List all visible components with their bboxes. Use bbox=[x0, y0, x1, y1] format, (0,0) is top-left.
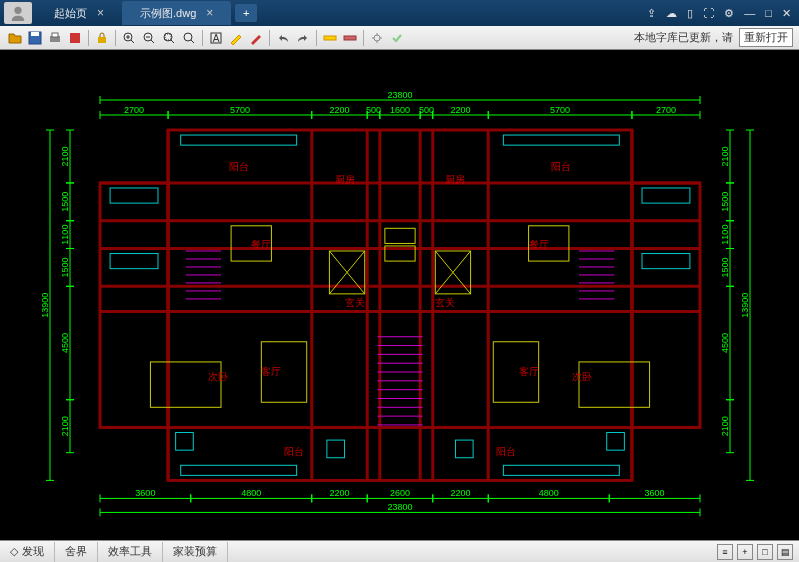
svg-text:1500: 1500 bbox=[60, 257, 70, 277]
close-icon[interactable]: × bbox=[97, 6, 104, 20]
save-icon[interactable] bbox=[26, 29, 44, 47]
svg-text:1600: 1600 bbox=[390, 105, 410, 115]
svg-text:2200: 2200 bbox=[450, 105, 470, 115]
svg-text:2200: 2200 bbox=[329, 105, 349, 115]
svg-text:餐厅: 餐厅 bbox=[251, 239, 271, 250]
svg-rect-166 bbox=[181, 135, 297, 145]
svg-text:2100: 2100 bbox=[720, 416, 730, 436]
svg-text:1500: 1500 bbox=[720, 192, 730, 212]
redo-icon[interactable] bbox=[294, 29, 312, 47]
svg-rect-171 bbox=[607, 433, 625, 451]
drawing-canvas[interactable]: 2380027005700220050016005002200570027002… bbox=[0, 50, 799, 540]
text-icon[interactable]: A bbox=[207, 29, 225, 47]
svg-rect-163 bbox=[642, 188, 690, 203]
svg-text:玄关: 玄关 bbox=[435, 297, 455, 308]
svg-text:4500: 4500 bbox=[720, 333, 730, 353]
settings-icon[interactable]: ⚙ bbox=[724, 7, 734, 20]
svg-text:5700: 5700 bbox=[550, 105, 570, 115]
svg-text:2600: 2600 bbox=[390, 488, 410, 498]
svg-rect-10 bbox=[165, 34, 171, 40]
new-tab-button[interactable]: + bbox=[235, 4, 257, 22]
status-tab-tools[interactable]: 效率工具 bbox=[98, 542, 163, 562]
svg-rect-165 bbox=[642, 254, 690, 269]
svg-text:阳台: 阳台 bbox=[551, 161, 571, 172]
svg-text:500: 500 bbox=[419, 105, 434, 115]
svg-text:13900: 13900 bbox=[40, 293, 50, 318]
fullscreen-icon[interactable]: ⛶ bbox=[703, 7, 714, 19]
highlight-icon[interactable] bbox=[247, 29, 265, 47]
status-tab-budget[interactable]: 家装预算 bbox=[163, 542, 228, 562]
share-icon[interactable]: ⇪ bbox=[647, 7, 656, 20]
svg-text:阳台: 阳台 bbox=[496, 446, 516, 457]
svg-text:13900: 13900 bbox=[740, 293, 750, 318]
svg-text:次卧: 次卧 bbox=[208, 371, 228, 382]
svg-rect-15 bbox=[344, 36, 356, 40]
pencil-icon[interactable] bbox=[227, 29, 245, 47]
svg-text:餐厅: 餐厅 bbox=[529, 239, 549, 250]
svg-text:厨房: 厨房 bbox=[445, 174, 465, 185]
svg-text:4500: 4500 bbox=[60, 333, 70, 353]
close-icon[interactable]: × bbox=[206, 6, 213, 20]
status-btn-2[interactable]: + bbox=[737, 544, 753, 560]
status-tab-shejie[interactable]: 舍界 bbox=[55, 542, 98, 562]
svg-text:2200: 2200 bbox=[329, 488, 349, 498]
check-icon[interactable] bbox=[388, 29, 406, 47]
svg-rect-173 bbox=[455, 440, 473, 458]
wechat-icon[interactable]: ☁ bbox=[666, 7, 677, 20]
status-tab-discover[interactable]: 发现 bbox=[0, 542, 55, 562]
svg-text:玄关: 玄关 bbox=[345, 297, 365, 308]
undo-icon[interactable] bbox=[274, 29, 292, 47]
svg-text:4800: 4800 bbox=[241, 488, 261, 498]
svg-rect-5 bbox=[70, 33, 80, 43]
print-icon[interactable] bbox=[46, 29, 64, 47]
svg-rect-209 bbox=[150, 362, 221, 407]
svg-rect-169 bbox=[503, 465, 619, 475]
svg-text:1100: 1100 bbox=[720, 225, 730, 245]
measure-icon[interactable] bbox=[321, 29, 339, 47]
svg-text:阳台: 阳台 bbox=[284, 446, 304, 457]
tab-start[interactable]: 起始页× bbox=[36, 1, 122, 25]
svg-rect-167 bbox=[503, 135, 619, 145]
svg-text:1500: 1500 bbox=[720, 257, 730, 277]
svg-point-11 bbox=[184, 33, 192, 41]
svg-point-16 bbox=[374, 35, 380, 41]
svg-rect-168 bbox=[181, 465, 297, 475]
minimize-button[interactable]: — bbox=[744, 7, 755, 19]
close-button[interactable]: ✕ bbox=[782, 7, 791, 20]
svg-text:3600: 3600 bbox=[645, 488, 665, 498]
svg-text:厨房: 厨房 bbox=[335, 174, 355, 185]
zoom-icon[interactable] bbox=[180, 29, 198, 47]
mobile-icon[interactable]: ▯ bbox=[687, 7, 693, 20]
svg-text:3600: 3600 bbox=[135, 488, 155, 498]
svg-text:1100: 1100 bbox=[60, 225, 70, 245]
open-icon[interactable] bbox=[6, 29, 24, 47]
svg-rect-164 bbox=[110, 254, 158, 269]
export-icon[interactable] bbox=[66, 29, 84, 47]
svg-text:A: A bbox=[213, 33, 220, 44]
svg-text:2100: 2100 bbox=[60, 416, 70, 436]
gear-icon[interactable] bbox=[368, 29, 386, 47]
svg-text:1500: 1500 bbox=[60, 192, 70, 212]
reopen-button[interactable]: 重新打开 bbox=[739, 28, 793, 47]
status-btn-1[interactable]: ≡ bbox=[717, 544, 733, 560]
maximize-button[interactable]: □ bbox=[765, 7, 772, 19]
status-btn-3[interactable]: □ bbox=[757, 544, 773, 560]
zoom-in-icon[interactable] bbox=[120, 29, 138, 47]
status-btn-4[interactable]: ▤ bbox=[777, 544, 793, 560]
font-update-msg: 本地字库已更新，请 bbox=[634, 30, 733, 45]
zoom-out-icon[interactable] bbox=[140, 29, 158, 47]
svg-text:阳台: 阳台 bbox=[229, 161, 249, 172]
svg-point-0 bbox=[14, 7, 21, 14]
svg-rect-211 bbox=[385, 228, 415, 243]
svg-text:次卧: 次卧 bbox=[572, 371, 592, 382]
svg-rect-210 bbox=[579, 362, 650, 407]
svg-text:客厅: 客厅 bbox=[261, 366, 281, 377]
svg-text:23800: 23800 bbox=[387, 502, 412, 512]
zoom-window-icon[interactable] bbox=[160, 29, 178, 47]
lock-icon[interactable] bbox=[93, 29, 111, 47]
user-avatar[interactable] bbox=[4, 2, 32, 24]
measure2-icon[interactable] bbox=[341, 29, 359, 47]
svg-rect-170 bbox=[176, 433, 194, 451]
svg-rect-4 bbox=[52, 33, 58, 37]
tab-drawing[interactable]: 示例图.dwg× bbox=[122, 1, 231, 25]
